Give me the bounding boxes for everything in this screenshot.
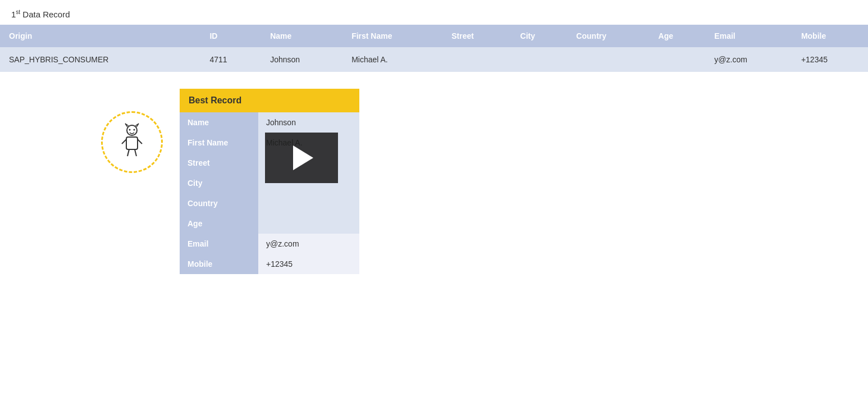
col-header-city: City	[511, 25, 568, 47]
cell-mobile: +12345	[792, 47, 868, 72]
avatar	[101, 111, 163, 173]
value-name: Johnson	[258, 112, 359, 133]
label-mobile: Mobile	[180, 254, 258, 274]
col-header-age: Age	[650, 25, 706, 47]
label-name: Name	[180, 112, 258, 133]
col-header-street: Street	[442, 25, 511, 47]
col-header-firstname: First Name	[342, 25, 442, 47]
avatar-container	[101, 111, 163, 173]
data-table: Origin ID Name First Name Street City Co…	[0, 25, 868, 72]
label-age: Age	[180, 213, 258, 234]
detail-row-email: Email y@z.com	[180, 234, 359, 254]
col-header-id: ID	[200, 25, 261, 47]
svg-line-5	[135, 149, 136, 156]
detail-card: Best Record Name Johnson First Name Mich…	[180, 89, 359, 274]
label-firstname: First Name	[180, 133, 258, 153]
person-icon	[115, 122, 149, 162]
value-mobile: +12345	[258, 254, 359, 274]
svg-line-2	[122, 139, 126, 144]
svg-rect-1	[126, 137, 138, 149]
table-row: SAP_HYBRIS_CONSUMER 4711 Johnson Michael…	[0, 47, 868, 72]
cell-age	[650, 47, 706, 72]
page-title: 1st Data Record	[0, 0, 868, 25]
cell-street	[442, 47, 511, 72]
detail-section: Best Record Name Johnson First Name Mich…	[0, 72, 868, 285]
title-text: 1st Data Record	[11, 10, 70, 19]
label-street: Street	[180, 153, 258, 173]
detail-row-country: Country	[180, 193, 359, 213]
col-header-country: Country	[567, 25, 649, 47]
detail-row-mobile: Mobile +12345	[180, 254, 359, 274]
value-age	[258, 213, 359, 234]
label-city: City	[180, 173, 258, 193]
cell-country	[567, 47, 649, 72]
svg-point-7	[134, 129, 135, 131]
cell-origin: SAP_HYBRIS_CONSUMER	[0, 47, 200, 72]
cell-name: Johnson	[261, 47, 342, 72]
value-country	[258, 193, 359, 213]
detail-row-name: Name Johnson	[180, 112, 359, 133]
detail-row-age: Age	[180, 213, 359, 234]
cell-email: y@z.com	[705, 47, 792, 72]
play-button[interactable]	[265, 133, 338, 183]
label-email: Email	[180, 234, 258, 254]
value-email: y@z.com	[258, 234, 359, 254]
svg-line-3	[138, 139, 142, 144]
play-icon	[293, 145, 313, 170]
svg-point-6	[129, 129, 131, 131]
table-header-row: Origin ID Name First Name Street City Co…	[0, 25, 868, 47]
cell-id: 4711	[200, 47, 261, 72]
col-header-origin: Origin	[0, 25, 200, 47]
col-header-mobile: Mobile	[792, 25, 868, 47]
svg-line-4	[127, 149, 129, 156]
label-country: Country	[180, 193, 258, 213]
col-header-name: Name	[261, 25, 342, 47]
cell-firstname: Michael A.	[342, 47, 442, 72]
cell-city	[511, 47, 568, 72]
best-record-header: Best Record	[180, 89, 359, 112]
col-header-email: Email	[705, 25, 792, 47]
